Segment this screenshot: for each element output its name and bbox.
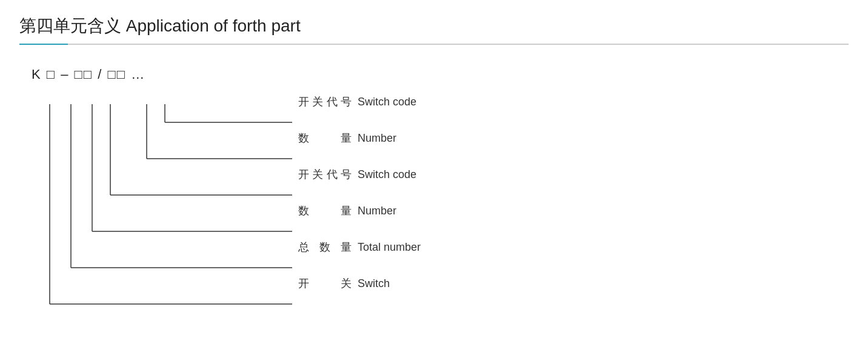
label-row-0: 开关代号 Switch code: [298, 84, 421, 120]
right-labels: 开关代号 Switch code 数 量 Number 开关代号 Switch …: [298, 67, 421, 302]
diagram-area: K □ – □□ / □□ …: [19, 67, 849, 322]
page-container: 第四单元含义 Application of forth part K □ – □…: [19, 15, 849, 322]
page-title: 第四单元含义 Application of forth part: [19, 15, 849, 38]
label-row-4: 总 数 量 Total number: [298, 229, 421, 265]
label-en-1: Number: [358, 132, 396, 145]
label-en-3: Number: [358, 205, 396, 217]
label-row-3: 数 量 Number: [298, 193, 421, 229]
code-pattern: K □ – □□ / □□ …: [32, 67, 145, 82]
title-divider: [19, 44, 849, 45]
label-cn-2: 开关代号: [298, 167, 353, 182]
label-row-2: 开关代号 Switch code: [298, 156, 421, 193]
left-section: K □ – □□ / □□ …: [32, 67, 298, 322]
label-en-5: Switch: [358, 277, 390, 290]
bracket-diagram: [32, 92, 298, 322]
label-cn-4: 总 数 量: [298, 240, 353, 254]
label-cn-0: 开关代号: [298, 94, 353, 109]
label-cn-1: 数 量: [298, 131, 353, 145]
label-rows: 开关代号 Switch code 数 量 Number 开关代号 Switch …: [298, 90, 421, 302]
label-en-4: Total number: [358, 241, 421, 254]
label-row-5: 开 关 Switch: [298, 265, 421, 302]
label-en-2: Switch code: [358, 168, 416, 181]
label-cn-5: 开 关: [298, 276, 353, 291]
label-row-1: 数 量 Number: [298, 120, 421, 156]
label-en-0: Switch code: [358, 96, 416, 108]
label-cn-3: 数 量: [298, 203, 353, 218]
